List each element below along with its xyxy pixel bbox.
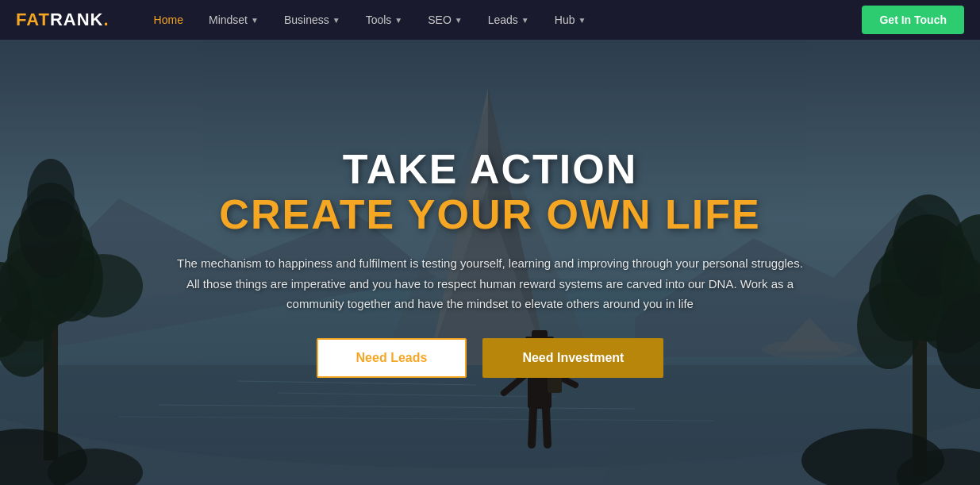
nav-label-hub: Hub (555, 13, 575, 26)
need-leads-button[interactable]: Need Leads (317, 338, 467, 378)
nav-label-tools: Tools (366, 13, 392, 26)
nav-item-mindset[interactable]: Mindset ▼ (196, 0, 271, 40)
nav-item-hub[interactable]: Hub ▼ (542, 0, 599, 40)
nav-links: Home Mindset ▼ Business ▼ Tools ▼ SEO ▼ … (141, 0, 863, 40)
hero-title-line1: TAKE ACTION (173, 147, 808, 192)
hero-content: TAKE ACTION CREATE YOUR OWN LIFE The mec… (141, 147, 840, 378)
chevron-down-icon: ▼ (578, 16, 586, 25)
need-investment-button[interactable]: Need Investment (482, 338, 663, 378)
nav-label-mindset: Mindset (209, 13, 248, 26)
nav-label-leads: Leads (488, 13, 518, 26)
chevron-down-icon: ▼ (521, 16, 529, 25)
nav-label-home: Home (154, 13, 183, 26)
logo[interactable]: FATRANK. (16, 10, 110, 30)
logo-dot: . (103, 10, 109, 30)
nav-label-business: Business (284, 13, 329, 26)
chevron-down-icon: ▼ (394, 16, 402, 25)
nav-label-seo: SEO (428, 13, 452, 26)
nav-item-seo[interactable]: SEO ▼ (415, 0, 475, 40)
nav-item-business[interactable]: Business ▼ (271, 0, 353, 40)
chevron-down-icon: ▼ (251, 16, 259, 25)
nav-item-tools[interactable]: Tools ▼ (353, 0, 416, 40)
chevron-down-icon: ▼ (455, 16, 463, 25)
nav-item-leads[interactable]: Leads ▼ (475, 0, 542, 40)
navbar: FATRANK. Home Mindset ▼ Business ▼ Tools… (0, 0, 980, 40)
nav-item-home[interactable]: Home (141, 0, 196, 40)
logo-fat: FAT (16, 10, 50, 30)
chevron-down-icon: ▼ (332, 16, 340, 25)
hero-buttons: Need Leads Need Investment (173, 338, 808, 378)
hero-title-line2: CREATE YOUR OWN LIFE (173, 192, 808, 237)
hero-section: TAKE ACTION CREATE YOUR OWN LIFE The mec… (0, 40, 980, 485)
logo-rank: RANK (50, 10, 104, 30)
get-in-touch-button[interactable]: Get In Touch (862, 6, 964, 34)
hero-description: The mechanism to happiness and fulfilmen… (173, 253, 808, 314)
